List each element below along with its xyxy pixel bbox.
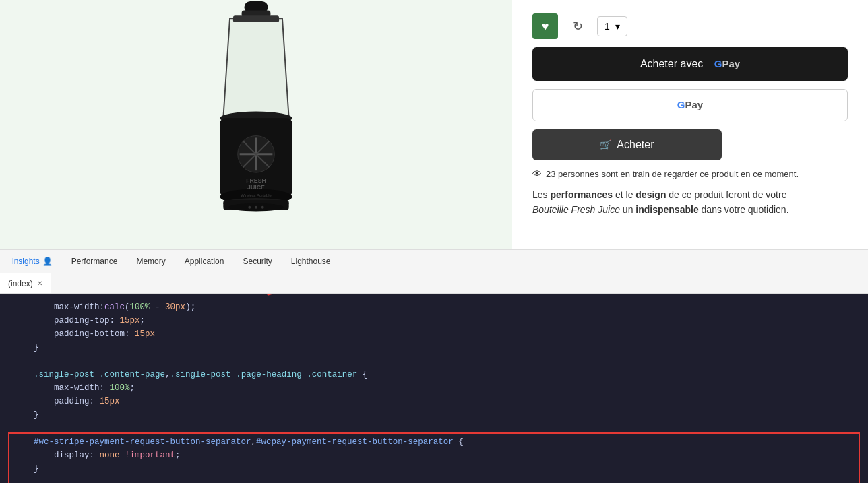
gpay-g: G — [714, 58, 722, 69]
product-image-container: FRESH JUICE Wireless Portable — [0, 0, 512, 249]
security-label: Security — [243, 257, 272, 266]
gpay-logo: GPay — [714, 58, 740, 70]
desc-design: design — [636, 189, 666, 200]
eye-icon: 👁 — [532, 168, 542, 179]
product-actions: ♥ ↻ 1 ▾ Acheter avec GPay GPay — [512, 0, 868, 249]
code-area[interactable]: max-width:calc(100% - 30px); padding-top… — [0, 294, 868, 483]
refresh-icon: ↻ — [573, 19, 583, 34]
refresh-button[interactable]: ↻ — [565, 13, 590, 39]
file-tab-index[interactable]: (index) ✕ — [0, 273, 51, 293]
annotated-section: #wc-stripe-payment-request-button-separa… — [13, 435, 855, 483]
tab-insights[interactable]: insights 👤 — [3, 250, 62, 273]
action-row: ♥ ↻ 1 ▾ — [532, 13, 848, 39]
buy-button[interactable]: 🛒 Acheter — [532, 129, 722, 160]
heart-icon: ♥ — [542, 20, 549, 34]
buy-gpay-button[interactable]: Acheter avec GPay — [532, 47, 848, 81]
desc-text4: dans votre quotidien. — [699, 204, 789, 215]
application-label: Application — [185, 257, 224, 266]
cart-icon: 🛒 — [600, 139, 611, 150]
code-line-blank2 — [13, 422, 855, 435]
code-line-blank1 — [13, 354, 855, 368]
svg-point-18 — [255, 206, 257, 209]
lighthouse-label: Lighthouse — [291, 257, 331, 266]
memory-label: Memory — [136, 257, 165, 266]
tab-performance[interactable]: Performance — [62, 250, 127, 273]
devtools-panel: insights 👤 Performance Memory Applicatio… — [0, 249, 868, 483]
svg-text:JUICE: JUICE — [247, 184, 265, 191]
desc-indispensable: indispensable — [636, 204, 698, 215]
person-icon: 👤 — [42, 257, 53, 266]
code-line-7: padding: 15px — [13, 395, 855, 408]
desc-text2: et le — [613, 189, 636, 200]
desc-perf: performances — [550, 189, 613, 200]
buy-gpay-label: Acheter avec — [640, 58, 703, 70]
gpay-only-button[interactable]: GPay — [532, 89, 848, 121]
performance-label: Performance — [71, 257, 118, 266]
product-image: FRESH JUICE Wireless Portable — [0, 0, 512, 249]
code-line-3: padding-bottom: 15px — [13, 327, 855, 341]
wishlist-button[interactable]: ♥ — [532, 13, 558, 39]
tab-application[interactable]: Application — [175, 250, 234, 273]
quantity-select[interactable]: 1 ▾ — [597, 16, 627, 36]
desc-italic: Bouteille Fresh Juice — [532, 204, 620, 215]
insights-label: insights — [12, 257, 40, 266]
code-line-10: display: none !important; — [13, 449, 855, 462]
code-line-6: max-width: 100%; — [13, 381, 855, 395]
desc-text1: Les — [532, 189, 550, 200]
viewers-text: 👁 23 personnes sont en train de regarder… — [532, 168, 848, 179]
gpay-pay: Pay — [722, 58, 740, 69]
tab-security[interactable]: Security — [233, 250, 281, 273]
code-line-11: } — [13, 462, 855, 476]
code-line-1: max-width:calc(100% - 30px); — [13, 300, 855, 314]
svg-point-19 — [261, 206, 264, 209]
devtools-tabs: insights 👤 Performance Memory Applicatio… — [0, 250, 868, 273]
code-line-2: padding-top: 15px; — [13, 314, 855, 327]
product-description: Les performances et le design de ce prod… — [532, 187, 848, 218]
chevron-down-icon: ▾ — [615, 21, 620, 32]
file-tab-label: (index) — [8, 279, 33, 288]
code-line-blank3 — [13, 476, 855, 483]
svg-text:FRESH: FRESH — [246, 177, 266, 184]
code-line-5: .single-post .content-page,.single-post … — [13, 368, 855, 381]
file-tabs: (index) ✕ — [0, 273, 868, 294]
code-line-8: } — [13, 408, 855, 422]
tab-memory[interactable]: Memory — [127, 250, 175, 273]
tab-lighthouse[interactable]: Lighthouse — [282, 250, 340, 273]
gpay-only-logo: GPay — [677, 99, 703, 111]
viewers-count: 23 personnes sont en train de regarder c… — [546, 169, 799, 179]
buy-label: Acheter — [617, 139, 654, 151]
svg-point-17 — [248, 206, 251, 209]
quantity-value: 1 — [604, 21, 610, 32]
svg-rect-2 — [233, 15, 279, 22]
product-area: FRESH JUICE Wireless Portable ♥ ↻ 1 ▾ — [0, 0, 868, 249]
svg-text:Wireless Portable: Wireless Portable — [241, 193, 272, 197]
code-line-9: #wc-stripe-payment-request-button-separa… — [13, 435, 855, 449]
close-icon[interactable]: ✕ — [37, 280, 42, 287]
code-line-4: } — [13, 341, 855, 354]
